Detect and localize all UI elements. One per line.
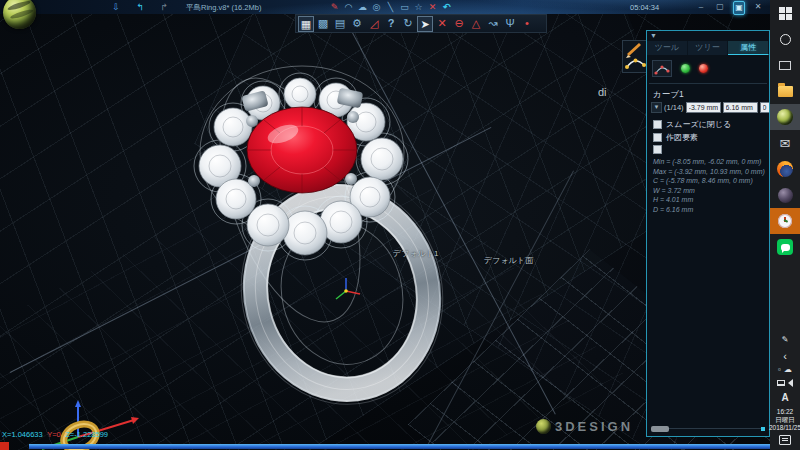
cancel-button[interactable]: [699, 64, 708, 73]
notification-center-icon[interactable]: [779, 435, 791, 445]
tangent-icon[interactable]: ↝: [485, 16, 501, 32]
tray-app-icon[interactable]: ▫: [778, 365, 781, 375]
pen-settings-tray-icon[interactable]: ✎: [770, 332, 800, 347]
folder-icon: [778, 86, 793, 97]
settings-gear-icon[interactable]: ⚙: [349, 16, 365, 32]
3design-taskbar-button[interactable]: [770, 104, 800, 130]
session-timer: 05:04:34: [630, 3, 659, 12]
line-tool-icon[interactable]: ╲: [384, 1, 397, 13]
3design-app-icon: [777, 109, 793, 125]
3design-logo-icon: [536, 419, 551, 434]
grid-toggle-icon[interactable]: ▦: [298, 16, 314, 32]
hidden-icons-chevron[interactable]: ‹: [770, 348, 800, 363]
smooth-close-checkbox[interactable]: [653, 120, 662, 129]
select-cursor-icon[interactable]: ➤: [417, 16, 433, 32]
plane-label-default1: デフォルト1: [393, 248, 438, 259]
coord-y: Y=0: [47, 430, 61, 439]
clock-app-icon: [778, 214, 792, 228]
confirm-button[interactable]: [681, 64, 690, 73]
task-view-icon: [779, 61, 791, 70]
nav-axis-triad[interactable]: [42, 400, 139, 450]
tab-tools[interactable]: ツール: [647, 41, 688, 55]
trim-tool-icon[interactable]: ✕: [426, 1, 439, 13]
pin-point-icon[interactable]: Ψ: [502, 16, 518, 32]
cursor-coordinates: X=1.046633 Y=0 Z=-1.228599: [2, 430, 108, 439]
undo-tool-icon[interactable]: ↶: [440, 1, 453, 13]
polyline-tool-icon[interactable]: ✎: [328, 1, 341, 13]
clock-date: 2018/11/25: [769, 424, 800, 432]
construction-element-label: 作図要素: [666, 132, 698, 143]
taskbar-clock[interactable]: 16:22 日曜日 2018/11/25: [769, 408, 800, 432]
z-value-field[interactable]: [760, 102, 770, 113]
ime-mode-indicator[interactable]: A: [770, 390, 800, 405]
panel-collapse-arrow-icon[interactable]: ▼: [650, 32, 657, 39]
start-button[interactable]: [770, 0, 800, 26]
app-window: デフォルト1 デフォルト面 di 3DESIGN X=1.046633 Y=0 …: [0, 0, 800, 450]
coord-z: Z=-1.228599: [65, 430, 108, 439]
modeler-app-button[interactable]: [770, 182, 800, 208]
tab-tree[interactable]: ツリー: [688, 41, 729, 55]
pin-button[interactable]: ▣: [733, 1, 745, 15]
line-app-button[interactable]: [770, 234, 800, 260]
arc-tool-icon[interactable]: ◠: [342, 1, 355, 13]
curve-section-title: カーブ1: [653, 89, 684, 101]
info-center: C = (-5.78 mm, 8.46 mm, 0 mm): [653, 176, 765, 186]
delete-point-icon[interactable]: ✕: [434, 16, 450, 32]
network-icon[interactable]: [777, 380, 785, 386]
ring-model[interactable]: [0, 0, 660, 450]
construction-element-checkbox[interactable]: [653, 133, 662, 142]
active-tool-indicator[interactable]: [622, 40, 649, 73]
redo-icon[interactable]: ↱: [156, 0, 172, 14]
undo-icon[interactable]: ↰: [132, 0, 148, 14]
cloud-curve-tool-icon[interactable]: ☁: [356, 1, 369, 13]
clock-time: 16:22: [769, 408, 800, 416]
system-tray: ✎ ‹ ▫ ☁ A 16:22 日曜日 2018/11/25: [769, 332, 800, 450]
volume-icon[interactable]: [788, 379, 793, 387]
firefox-icon: [777, 161, 793, 177]
clock-app-button[interactable]: [770, 208, 800, 234]
rotate-icon[interactable]: ↻: [400, 16, 416, 32]
circle-tool-icon[interactable]: ◎: [370, 1, 383, 13]
layers-icon[interactable]: ▤: [332, 16, 348, 32]
unnamed-checkbox[interactable]: [653, 145, 662, 154]
maximize-button[interactable]: ▢: [714, 1, 726, 15]
sketch-pencil-icon: [623, 41, 648, 72]
sketch-toolbar: ✎ ◠ ☁ ◎ ╲ ▭ ☆ ✕ ↶: [328, 1, 453, 13]
viewport-partial-text: di: [598, 86, 607, 98]
help-icon[interactable]: ?: [383, 16, 399, 32]
scrollbar-thumb[interactable]: [651, 426, 669, 432]
close-button[interactable]: ✕: [752, 1, 764, 15]
tab-properties[interactable]: 属性: [728, 41, 769, 55]
cortana-search-button[interactable]: [770, 26, 800, 52]
info-depth: D = 6.16 mm: [653, 205, 765, 215]
coord-x: X=1.046633: [2, 430, 43, 439]
rectangle-tool-icon[interactable]: ▭: [398, 1, 411, 13]
curve-points-icon: [654, 62, 670, 75]
info-width: W = 3.72 mm: [653, 186, 765, 196]
firefox-button[interactable]: [770, 156, 800, 182]
file-explorer-button[interactable]: [770, 78, 800, 104]
measure-icon[interactable]: ◿: [366, 16, 382, 32]
remove-node-icon[interactable]: ⊖: [451, 16, 467, 32]
plane-label-default-plane: デフォルト面: [484, 255, 533, 266]
minimize-button[interactable]: –: [695, 1, 707, 15]
properties-panel: ▼ ツール ツリー 属性 カーブ1 ▼ (1/14): [646, 30, 770, 437]
mail-button[interactable]: ✉: [770, 130, 800, 156]
point-icon[interactable]: •: [519, 16, 535, 32]
cortana-icon: [780, 34, 791, 45]
watermark: 3DESIGN: [536, 419, 633, 434]
scrollbar-endcap: [761, 427, 765, 431]
task-view-button[interactable]: [770, 52, 800, 78]
y-value-field[interactable]: [723, 102, 758, 113]
x-value-field[interactable]: [686, 102, 721, 113]
point-index-label: (1/14): [664, 103, 684, 112]
star-tool-icon[interactable]: ☆: [412, 1, 425, 13]
status-stop-indicator: [0, 442, 9, 450]
alert-icon[interactable]: △: [468, 16, 484, 32]
panel-horizontal-scrollbar[interactable]: [651, 426, 765, 432]
curve-type-button[interactable]: [652, 60, 672, 77]
point-dropdown-button[interactable]: ▼: [651, 102, 662, 113]
snap-grid-icon[interactable]: ▩: [315, 16, 331, 32]
export-icon[interactable]: ⇩: [108, 0, 124, 14]
cloud-tray-icon[interactable]: ☁: [784, 365, 792, 375]
